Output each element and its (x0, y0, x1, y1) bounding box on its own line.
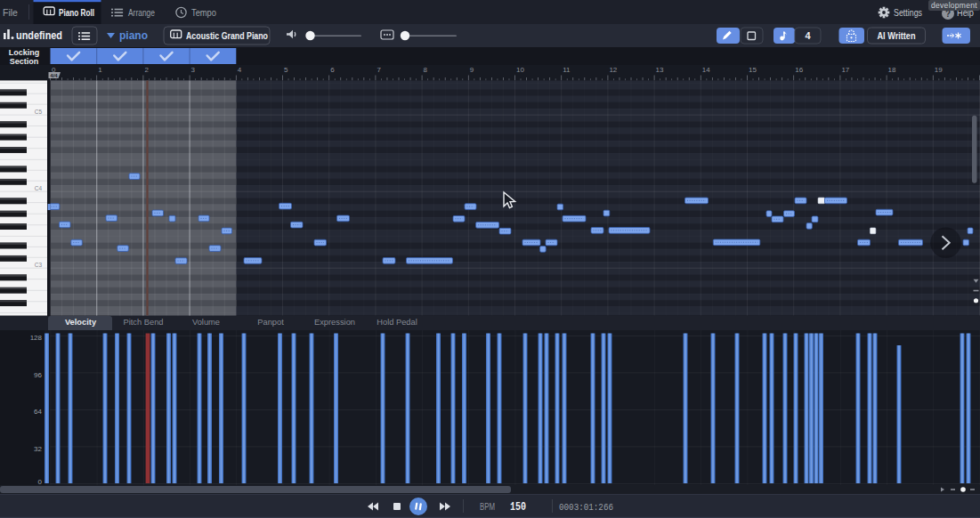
svg-text:4: 4 (238, 66, 242, 74)
svg-text:development: development (931, 1, 977, 10)
svg-text:18: 18 (888, 66, 896, 74)
svg-text:5: 5 (284, 66, 288, 74)
svg-text:6: 6 (330, 66, 335, 74)
svg-text:150: 150 (510, 501, 526, 514)
svg-text:14: 14 (702, 66, 710, 74)
svg-text:19: 19 (935, 66, 943, 74)
svg-text:3: 3 (191, 66, 196, 74)
svg-text:128: 128 (30, 334, 43, 342)
svg-text:C3: C3 (35, 262, 43, 268)
svg-text:Arrange: Arrange (128, 8, 155, 18)
svg-text:4: 4 (805, 30, 811, 41)
svg-text:16: 16 (795, 66, 803, 74)
svg-text:Tempo: Tempo (191, 8, 216, 18)
svg-text:undefined: undefined (16, 29, 62, 42)
svg-text:96: 96 (34, 371, 42, 379)
svg-text:4/4: 4/4 (50, 73, 58, 78)
svg-text:Settings: Settings (894, 7, 922, 18)
svg-text:64: 64 (34, 408, 42, 416)
svg-text:File: File (3, 7, 18, 18)
svg-text:C4: C4 (35, 185, 43, 191)
svg-text:17: 17 (841, 66, 849, 74)
svg-text:1: 1 (98, 66, 102, 74)
svg-text:32: 32 (34, 445, 42, 453)
svg-text:AI Written: AI Written (878, 30, 916, 41)
svg-text:0003:01:266: 0003:01:266 (559, 502, 613, 513)
svg-text:BPM: BPM (480, 502, 495, 512)
svg-text:piano: piano (119, 29, 148, 42)
svg-text:9: 9 (470, 66, 474, 74)
svg-text:C5: C5 (35, 109, 43, 115)
svg-text:2: 2 (144, 66, 149, 74)
svg-text:8: 8 (424, 66, 428, 74)
svg-text:Piano Roll: Piano Roll (59, 7, 94, 18)
svg-text:0: 0 (38, 478, 43, 486)
svg-text:10: 10 (516, 66, 524, 74)
svg-text:15: 15 (749, 66, 757, 74)
svg-text:7: 7 (377, 66, 381, 74)
svg-text:11: 11 (563, 66, 571, 74)
svg-text:13: 13 (656, 66, 664, 74)
svg-text:Acoustic Grand Piano: Acoustic Grand Piano (186, 31, 268, 41)
svg-text:12: 12 (609, 66, 617, 74)
